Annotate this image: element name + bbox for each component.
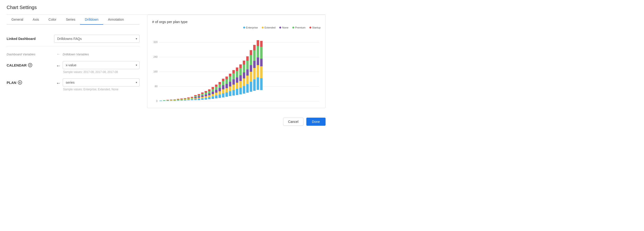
svg-rect-69: [208, 89, 210, 91]
legend-enterprise: Enterprise: [243, 26, 258, 29]
legend-enterprise-label: Enterprise: [246, 26, 258, 29]
svg-rect-57: [201, 96, 204, 97]
svg-text:Sep 2020: Sep 2020: [256, 103, 267, 103]
svg-rect-25: [177, 100, 179, 101]
calendar-variable-row: CALENDAR ⏱ ← x-value series y-value ▾: [7, 61, 140, 74]
svg-text:Jul 2019: Jul 2019: [218, 103, 228, 103]
main-layout: General Axis Color Series Drilldown Anno…: [7, 15, 326, 108]
svg-rect-93: [226, 79, 228, 84]
svg-rect-12: [163, 101, 166, 101]
svg-rect-124: [246, 56, 249, 61]
linked-dashboard-select[interactable]: Drilldowns FAQs Main Dashboard Overview: [54, 35, 140, 43]
svg-rect-83: [218, 84, 221, 88]
svg-rect-121: [246, 76, 249, 84]
svg-rect-123: [246, 61, 249, 69]
svg-rect-115: [243, 86, 245, 94]
svg-rect-55: [201, 98, 204, 100]
svg-rect-137: [257, 58, 259, 65]
plan-variable-row: PLAN A ← x-value series y-value ▾: [7, 78, 140, 91]
svg-rect-23: [174, 100, 176, 100]
done-button[interactable]: Done: [306, 118, 326, 126]
svg-rect-11: [160, 101, 162, 101]
chart-panel: # of orgs per plan type Enterprise Exten…: [147, 15, 326, 108]
svg-rect-130: [253, 79, 256, 91]
tab-color[interactable]: Color: [44, 15, 61, 25]
calendar-var-control: x-value series y-value ▾ Sample values: …: [63, 61, 140, 74]
svg-rect-18: [170, 100, 172, 101]
svg-rect-47: [194, 97, 197, 98]
svg-rect-86: [222, 89, 224, 93]
tab-annotation[interactable]: Annotation: [103, 15, 128, 25]
svg-rect-53: [198, 95, 200, 97]
linked-dashboard-row: Linked Dashboard Drilldowns FAQs Main Da…: [7, 31, 140, 46]
svg-rect-42: [191, 99, 193, 100]
tab-drilldown[interactable]: Drilldown: [80, 15, 103, 25]
svg-rect-16: [166, 100, 169, 100]
svg-rect-108: [236, 71, 238, 78]
svg-rect-74: [212, 87, 214, 89]
svg-rect-60: [204, 98, 207, 100]
svg-rect-144: [260, 41, 262, 47]
svg-rect-84: [218, 82, 221, 84]
svg-rect-106: [236, 83, 238, 89]
legend-extended-dot: [262, 27, 264, 29]
variables-section: Dashboard Variables ← Drilldown Variable…: [7, 46, 140, 91]
svg-rect-92: [226, 84, 228, 88]
tab-axis[interactable]: Axis: [28, 15, 44, 25]
svg-rect-99: [229, 74, 231, 77]
svg-rect-140: [260, 78, 262, 90]
chart-legend: Enterprise Extended None Premium Startup: [152, 26, 320, 29]
svg-rect-89: [222, 79, 224, 81]
svg-rect-98: [229, 77, 231, 82]
svg-rect-26: [177, 100, 179, 100]
svg-rect-129: [250, 50, 252, 55]
legend-premium-label: Premium: [295, 26, 306, 29]
plan-var-name: PLAN A: [7, 78, 54, 85]
svg-rect-77: [215, 90, 217, 93]
svg-rect-135: [257, 78, 259, 90]
svg-rect-134: [253, 45, 256, 50]
svg-rect-105: [236, 89, 238, 95]
svg-rect-62: [204, 95, 207, 96]
calendar-drilldown-select[interactable]: x-value series y-value: [63, 61, 140, 69]
svg-rect-64: [204, 91, 207, 93]
svg-rect-95: [229, 91, 231, 96]
legend-none-label: None: [282, 26, 288, 29]
plan-sample-values: Sample values: Enterprise, Extended, Non…: [63, 88, 140, 91]
svg-rect-27: [177, 99, 179, 100]
svg-rect-31: [180, 99, 183, 100]
svg-rect-97: [229, 82, 231, 87]
calendar-clock-icon: ⏱: [28, 63, 32, 67]
svg-rect-39: [187, 98, 190, 99]
tab-general[interactable]: General: [7, 15, 28, 25]
svg-rect-90: [226, 92, 228, 97]
svg-rect-113: [240, 68, 242, 75]
legend-none: None: [279, 26, 288, 29]
plan-drilldown-select[interactable]: x-value series y-value: [63, 78, 140, 87]
svg-text:0: 0: [156, 100, 158, 102]
svg-rect-43: [191, 98, 193, 99]
svg-rect-94: [226, 77, 228, 79]
svg-rect-120: [246, 84, 249, 93]
svg-text:320: 320: [154, 41, 158, 44]
page-title: Chart Settings: [7, 5, 326, 10]
svg-rect-102: [232, 79, 235, 85]
legend-extended-label: Extended: [264, 26, 276, 29]
cancel-button[interactable]: Cancel: [283, 118, 304, 126]
tab-series[interactable]: Series: [61, 15, 80, 25]
svg-rect-66: [208, 95, 210, 97]
svg-rect-41: [191, 99, 193, 100]
svg-rect-70: [212, 97, 214, 99]
svg-rect-82: [218, 88, 221, 91]
legend-startup: Startup: [310, 26, 320, 29]
svg-rect-21: [174, 101, 176, 101]
calendar-var-name: CALENDAR ⏱: [7, 61, 54, 67]
svg-rect-67: [208, 93, 210, 95]
svg-rect-19: [170, 100, 172, 101]
svg-rect-111: [240, 81, 242, 88]
legend-startup-dot: [310, 27, 311, 29]
svg-rect-125: [250, 82, 252, 92]
svg-text:80: 80: [155, 85, 158, 88]
chart-title: # of orgs per plan type: [152, 20, 320, 24]
svg-rect-132: [253, 61, 256, 68]
